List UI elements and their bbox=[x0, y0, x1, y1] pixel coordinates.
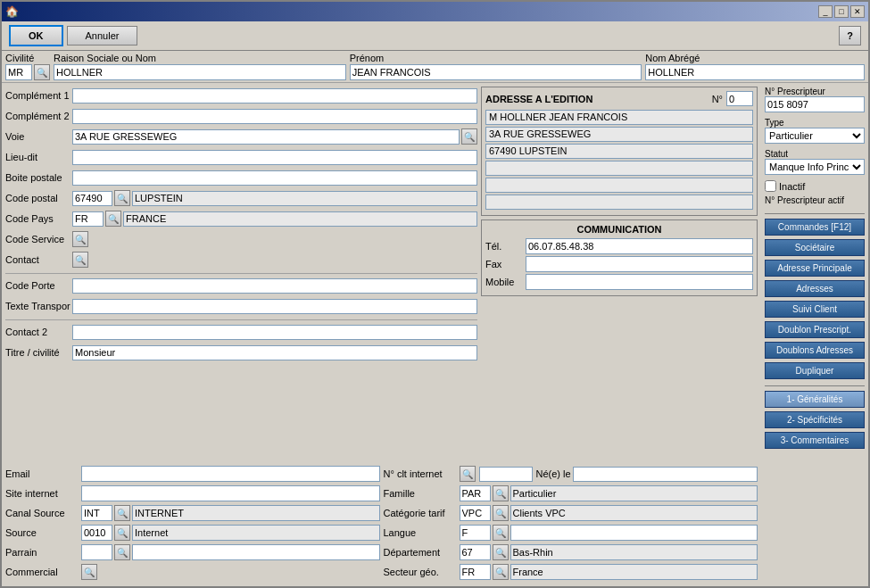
adresses-button[interactable]: Adresses bbox=[765, 280, 865, 297]
ok-button[interactable]: OK bbox=[9, 25, 63, 46]
maximize-button[interactable]: □ bbox=[834, 5, 849, 18]
secteur-geo-code[interactable]: FR bbox=[460, 564, 491, 580]
close-button[interactable]: ✕ bbox=[850, 5, 865, 18]
code-postal-search-button[interactable]: 🔍 bbox=[114, 190, 130, 206]
canal-source-search-button[interactable]: 🔍 bbox=[114, 505, 130, 521]
fax-input[interactable] bbox=[526, 256, 753, 272]
source-label: Source bbox=[5, 527, 81, 538]
complement1-input[interactable] bbox=[72, 88, 477, 104]
canal-source-value[interactable]: INTERNET bbox=[132, 505, 380, 521]
parrain-search-button[interactable]: 🔍 bbox=[114, 544, 130, 560]
civilite-input[interactable]: MR bbox=[5, 64, 32, 80]
adresse-line6 bbox=[485, 195, 753, 210]
n-prescripteur-input[interactable]: 015 8097 bbox=[765, 96, 865, 112]
civilite-search-button[interactable]: 🔍 bbox=[34, 64, 50, 80]
nee-le-input[interactable] bbox=[573, 467, 758, 482]
code-pays-search-button[interactable]: 🔍 bbox=[105, 211, 121, 227]
langue-search-button[interactable]: 🔍 bbox=[493, 525, 509, 541]
titre-civilite-label: Titre / civilité bbox=[5, 347, 72, 358]
contact-search-button[interactable]: 🔍 bbox=[72, 252, 88, 268]
source-value[interactable]: Internet bbox=[132, 525, 380, 541]
departement-label: Département bbox=[384, 547, 460, 558]
code-service-search-button[interactable]: 🔍 bbox=[72, 231, 88, 247]
code-pays-label: Code Pays bbox=[5, 213, 72, 224]
texte-transpor-input[interactable] bbox=[72, 299, 477, 314]
suivi-client-button[interactable]: Suivi Client bbox=[765, 301, 865, 318]
categorie-tarif-search-button[interactable]: 🔍 bbox=[493, 505, 509, 521]
help-button[interactable]: ? bbox=[839, 26, 861, 46]
doublons-adresses-button[interactable]: Doublons Adresses bbox=[765, 342, 865, 359]
mobile-input[interactable] bbox=[526, 274, 753, 290]
type-select[interactable]: Particulier bbox=[765, 128, 865, 144]
lieu-dit-input[interactable] bbox=[72, 150, 477, 165]
departement-search-button[interactable]: 🔍 bbox=[493, 544, 509, 560]
adresse-principale-button[interactable]: Adresse Principale bbox=[765, 260, 865, 277]
voie-search-button[interactable]: 🔍 bbox=[461, 128, 477, 145]
secteur-geo-search-button[interactable]: 🔍 bbox=[493, 564, 509, 580]
tab2-button[interactable]: 2- Spécificités bbox=[765, 411, 865, 428]
tab1-button[interactable]: 1- Généralités bbox=[765, 391, 865, 408]
bottom-right-panel: N° clt internet 🔍 Né(e) le Famille PAR 🔍… bbox=[384, 465, 758, 583]
n-clt-search-button[interactable]: 🔍 bbox=[460, 466, 476, 482]
email-label: Email bbox=[5, 468, 81, 479]
parrain-code[interactable] bbox=[81, 544, 112, 560]
departement-code[interactable]: 67 bbox=[460, 544, 491, 560]
n-clt-input[interactable] bbox=[479, 467, 533, 482]
famille-label: Famille bbox=[384, 488, 460, 499]
complement2-label: Complément 2 bbox=[5, 111, 72, 121]
code-pays-input[interactable]: FR bbox=[72, 211, 104, 227]
langue-value[interactable] bbox=[510, 525, 758, 541]
source-search-button[interactable]: 🔍 bbox=[114, 525, 130, 541]
nom-abrege-input[interactable]: HOLLNER bbox=[645, 64, 865, 80]
voie-input[interactable]: 3A RUE GRESSEWEG bbox=[72, 129, 460, 145]
contact2-label: Contact 2 bbox=[5, 327, 72, 337]
dupliquer-button[interactable]: Dupliquer bbox=[765, 362, 865, 379]
annuler-button[interactable]: Annuler bbox=[67, 26, 138, 46]
statut-select[interactable]: Manque Info Princ bbox=[765, 159, 865, 175]
famille-search-button[interactable]: 🔍 bbox=[493, 485, 509, 501]
adresse-line3: 67490 LUPSTEIN bbox=[485, 144, 753, 159]
tel-input[interactable]: 06.07.85.48.38 bbox=[526, 238, 753, 254]
minimize-button[interactable]: _ bbox=[818, 5, 833, 18]
code-postal-label: Code postal bbox=[5, 193, 72, 203]
categorie-tarif-value[interactable]: Clients VPC bbox=[510, 505, 758, 521]
code-porte-input[interactable] bbox=[72, 278, 477, 294]
source-code[interactable]: 0010 bbox=[81, 525, 112, 541]
famille-code[interactable]: PAR bbox=[460, 485, 491, 501]
adresse-edition-box: ADRESSE A L'EDITION N° 0 M HOLLNER JEAN … bbox=[481, 87, 758, 216]
complement2-input[interactable] bbox=[72, 109, 477, 124]
pays-name-input[interactable]: FRANCE bbox=[123, 211, 477, 227]
email-input[interactable] bbox=[81, 466, 380, 482]
inactif-row: Inactif bbox=[765, 180, 865, 192]
categorie-tarif-code[interactable]: VPC bbox=[460, 505, 491, 521]
secteur-geo-value[interactable]: France bbox=[510, 564, 758, 580]
n-input[interactable]: 0 bbox=[726, 91, 753, 106]
site-internet-input[interactable] bbox=[81, 485, 380, 501]
parrain-value[interactable] bbox=[132, 544, 380, 560]
sociétaire-button[interactable]: Sociétaire bbox=[765, 239, 865, 256]
commandes-button[interactable]: Commandes [F12] bbox=[765, 219, 865, 236]
complement1-label: Complément 1 bbox=[5, 90, 72, 101]
famille-value[interactable]: Particulier bbox=[510, 485, 758, 501]
canal-source-code[interactable]: INT bbox=[81, 505, 112, 521]
n-prescripteur-actif-field: N° Prescripteur actif bbox=[765, 195, 865, 205]
postal-city-input[interactable]: LUPSTEIN bbox=[132, 191, 477, 206]
commercial-search-button[interactable]: 🔍 bbox=[81, 564, 97, 580]
civilite-label: Civilité bbox=[5, 53, 50, 63]
boite-postale-input[interactable] bbox=[72, 170, 477, 186]
contact2-input[interactable] bbox=[72, 325, 477, 340]
inactif-checkbox[interactable] bbox=[765, 180, 776, 192]
prenom-input[interactable]: JEAN FRANCOIS bbox=[350, 64, 642, 80]
raison-sociale-input[interactable]: HOLLNER bbox=[54, 64, 346, 80]
titre-civilite-input[interactable]: Monsieur bbox=[72, 345, 477, 360]
prenom-group: Prénom JEAN FRANCOIS bbox=[350, 53, 642, 80]
tab3-button[interactable]: 3- Commentaires bbox=[765, 432, 865, 449]
n-clt-internet-label: N° clt internet bbox=[384, 468, 460, 479]
n-prescripteur-field: N° Prescripteur 015 8097 bbox=[765, 87, 865, 112]
langue-code[interactable]: F bbox=[460, 525, 491, 541]
doublon-prescript-button[interactable]: Doublon Prescript. bbox=[765, 321, 865, 338]
type-field: Type Particulier bbox=[765, 118, 865, 144]
adresse-line5 bbox=[485, 178, 753, 193]
code-postal-input[interactable]: 67490 bbox=[72, 191, 112, 206]
departement-value[interactable]: Bas-Rhin bbox=[510, 544, 758, 560]
